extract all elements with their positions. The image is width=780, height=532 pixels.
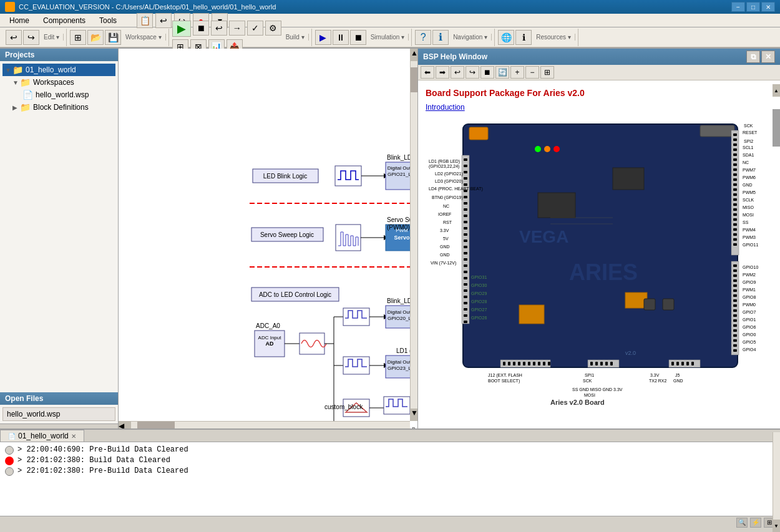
svg-rect-68: [503, 362, 505, 365]
bsp-zoomin-btn[interactable]: +: [510, 66, 524, 79]
menu-tools[interactable]: Tools: [92, 14, 124, 27]
build-config-btn[interactable]: ⚙: [265, 21, 281, 36]
green-wave[interactable]: [384, 397, 410, 414]
svg-rect-64: [464, 302, 467, 304]
pin-label-pwm0: PWM0: [743, 302, 756, 307]
aries-text: ARIES: [569, 259, 638, 285]
menu-components[interactable]: Components: [36, 14, 92, 27]
adc-label2: AD: [266, 341, 274, 347]
center-canvas: ▲ ▼ ◀ LED Blink Logic Digital: [119, 49, 418, 428]
build-run-btn[interactable]: ▶: [172, 21, 191, 37]
pin-label-nc1: NC: [443, 204, 449, 208]
build-stop-btn[interactable]: ⏹: [193, 21, 209, 36]
toolbar-workspace-section: ⊞ 📂 💾 Workspace ▾: [67, 29, 169, 46]
maximize-button[interactable]: □: [746, 2, 760, 12]
quick-back-btn[interactable]: ↩: [155, 13, 172, 28]
workspace-save-btn[interactable]: 💾: [105, 30, 121, 45]
tree-item-workspaces[interactable]: ▼ 📁 Workspaces: [2, 76, 115, 89]
quick-new-btn[interactable]: 📋: [137, 13, 153, 28]
waveform-block-1[interactable]: [335, 166, 361, 186]
pin-label-mosi: MOSI: [743, 213, 754, 217]
board-name-label: Aries v2.0 Board: [550, 399, 605, 406]
sim-play-btn[interactable]: ▶: [315, 30, 331, 45]
svg-rect-58: [464, 264, 467, 267]
svg-rect-1: [733, 138, 737, 141]
build-next-btn[interactable]: →: [229, 21, 245, 36]
bsp-close-btn[interactable]: ✕: [761, 51, 775, 63]
svg-rect-43: [464, 171, 467, 173]
svg-rect-14: [733, 203, 737, 206]
res-info-btn[interactable]: ℹ: [515, 30, 532, 45]
svg-rect-45: [464, 183, 467, 186]
vscroll-up-btn[interactable]: ▲: [411, 49, 417, 61]
tree-item-project[interactable]: ▼ 📁 01_hello_world: [2, 64, 115, 76]
bsp-scroll-down[interactable]: ▼: [773, 520, 780, 532]
status-icon-search[interactable]: 🔍: [736, 518, 748, 528]
bsp-toolbar: ⬅ ➡ ↩ ↪ ⏹ 🔄 + − ⊞: [418, 65, 780, 80]
bottom-vscroll[interactable]: [773, 432, 780, 520]
led-red: [553, 146, 560, 152]
custom-block-title: custom_block: [324, 404, 363, 410]
pin-label-33v: 3.3V: [440, 228, 449, 233]
bsp-back2-btn[interactable]: ↩: [451, 66, 464, 79]
status-icon-filter[interactable]: ⚡: [750, 518, 761, 528]
redo-btn[interactable]: ↪: [23, 30, 39, 45]
folder-icon-3: 📁: [20, 102, 31, 112]
pin-label-gpio30: GPIO31: [471, 275, 487, 279]
bsp-zoomout-btn[interactable]: −: [525, 66, 539, 79]
sine-block[interactable]: [300, 333, 324, 354]
minimize-button[interactable]: −: [731, 2, 745, 12]
svg-rect-22: [733, 243, 737, 246]
sim-stop-btn[interactable]: ⏹: [350, 30, 366, 45]
bsp-scroll-thumb[interactable]: [773, 109, 780, 147]
workspace-label: Workspace ▾: [122, 34, 166, 41]
vscroll-down-btn[interactable]: ▼: [411, 409, 417, 421]
canvas-vscroll[interactable]: ▲ ▼: [410, 49, 417, 421]
window-controls[interactable]: − □ ✕: [731, 2, 775, 12]
bottom-tab-output[interactable]: 📄 01_hello_world ✕: [0, 430, 84, 442]
canvas-hscroll[interactable]: ◀: [119, 421, 410, 428]
blue-wave[interactable]: [343, 357, 369, 374]
pin-label-rst: RST: [443, 220, 452, 225]
nav-info-btn[interactable]: ℹ: [432, 30, 449, 45]
bsp-forward2-btn[interactable]: ↪: [466, 66, 479, 79]
panel-resize-handle[interactable]: [0, 423, 118, 428]
build-verify-btn[interactable]: ✓: [247, 21, 263, 36]
pin-label-gpio1: GPIO1: [743, 317, 756, 322]
bsp-restore-btn[interactable]: ⧉: [746, 51, 760, 63]
hscroll-left-btn[interactable]: ◀: [119, 422, 131, 428]
workspace-new-btn[interactable]: ⊞: [70, 30, 86, 45]
res-web-btn[interactable]: 🌐: [498, 30, 514, 45]
svg-rect-15: [733, 208, 737, 211]
bsp-stop-btn[interactable]: ⏹: [480, 66, 494, 79]
tree-item-blockdefs[interactable]: ▶ 📁 Block Definitions: [2, 101, 115, 114]
hscroll-thumb[interactable]: [137, 422, 175, 428]
menu-home[interactable]: Home: [2, 14, 36, 27]
left-panel: Projects ▼ 📁 01_hello_world ▼ 📁 Workspac…: [0, 49, 119, 428]
nav-help-btn[interactable]: ?: [415, 30, 431, 45]
workspace-open-btn[interactable]: 📂: [87, 30, 104, 45]
svg-rect-62: [464, 289, 467, 292]
tree-expand-icon-3: ▶: [12, 104, 20, 111]
bsp-scroll-up[interactable]: ▲: [773, 84, 780, 97]
build-back-btn[interactable]: ↩: [211, 21, 227, 36]
output-tab-close[interactable]: ✕: [71, 433, 76, 440]
vscroll-thumb[interactable]: [411, 67, 417, 92]
undo-btn[interactable]: ↩: [6, 30, 22, 45]
bsp-forward-btn[interactable]: ➡: [436, 66, 449, 79]
open-file-item[interactable]: hello_world.wsp: [2, 407, 115, 421]
tree-item-wsp[interactable]: 📄 hello_world.wsp: [2, 89, 115, 101]
bsp-refresh-btn[interactable]: 🔄: [495, 66, 509, 79]
pin-label-pwm2: PWM2: [743, 273, 756, 277]
pin-label-gpio9: GPIO9: [743, 280, 756, 284]
close-button[interactable]: ✕: [761, 2, 775, 12]
bsp-intro-link[interactable]: Introduction: [426, 103, 773, 112]
svg-rect-63: [464, 296, 467, 298]
bsp-grid-btn[interactable]: ⊞: [540, 66, 554, 79]
pin-label-btn0: BTN0 (GPIO19): [432, 195, 463, 200]
bsp-back-btn[interactable]: ⬅: [421, 66, 434, 79]
svg-rect-9: [733, 178, 737, 181]
blink-ld3-wave[interactable]: [343, 308, 369, 326]
sim-pause-btn[interactable]: ⏸: [333, 30, 349, 45]
pin-label-vin: VIN (7V-12V): [431, 261, 456, 266]
